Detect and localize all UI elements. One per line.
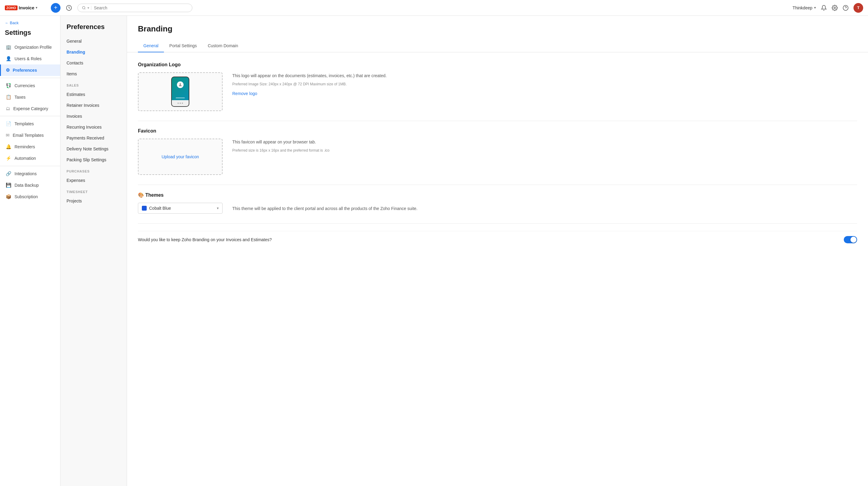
phone-dots xyxy=(178,103,183,104)
phone-bottom xyxy=(172,100,189,106)
phone-mockup-container xyxy=(167,73,193,111)
org-logo-upload-row: This logo will appear on the documents (… xyxy=(138,72,857,111)
org-logo-title: Organization Logo xyxy=(138,62,857,67)
preferences-icon: ⚙ xyxy=(6,67,10,73)
main-header: Branding xyxy=(127,16,868,34)
section-label-sales: SALES xyxy=(61,79,127,89)
center-item-invoices[interactable]: Invoices xyxy=(61,111,127,122)
dot-3 xyxy=(182,103,183,104)
email-templates-icon: ✉ xyxy=(6,133,10,138)
svg-point-3 xyxy=(834,7,836,8)
user-menu[interactable]: Thinkdeep ▾ xyxy=(793,5,816,10)
center-item-recurring-invoices[interactable]: Recurring Invoices xyxy=(61,122,127,133)
nav-right-area: Thinkdeep ▾ T xyxy=(793,3,863,13)
sidebar-divider-3 xyxy=(0,166,60,166)
sidebar-item-subscription[interactable]: 📦 Subscription xyxy=(0,191,60,202)
center-navigation: Preferences General Branding Contacts It… xyxy=(61,16,127,486)
center-item-branding[interactable]: Branding xyxy=(61,47,127,57)
search-filter-icon[interactable]: ▾ xyxy=(87,6,91,10)
center-item-retainer-invoices[interactable]: Retainer Invoices xyxy=(61,100,127,111)
center-item-general[interactable]: General xyxy=(61,36,127,47)
section-label-purchases: PURCHASES xyxy=(61,165,127,175)
logo-upload-box[interactable] xyxy=(138,72,223,111)
branding-toggle[interactable] xyxy=(844,236,857,243)
phone-bar xyxy=(176,97,185,98)
themes-title: 🎨 Themes xyxy=(138,192,857,198)
expense-cat-icon: 🗂 xyxy=(6,106,10,111)
sidebar-item-taxes[interactable]: 📋 Taxes xyxy=(0,91,60,103)
theme-selected-label: Cobalt Blue xyxy=(149,206,214,210)
theme-dropdown[interactable]: Cobalt Blue ▾ xyxy=(138,203,223,213)
sidebar-item-org-profile[interactable]: 🏢 Organization Profile xyxy=(0,41,60,53)
phone-mockup xyxy=(171,77,189,107)
themes-section: 🎨 Themes Cobalt Blue ▾ This theme will b… xyxy=(138,192,857,213)
tab-general[interactable]: General xyxy=(138,40,164,52)
toggle-knob xyxy=(850,237,857,243)
templates-icon: 📄 xyxy=(6,121,11,126)
center-item-projects[interactable]: Projects xyxy=(61,196,127,206)
favicon-size-hint: Preferred size is 16px x 16px and the pr… xyxy=(232,148,857,153)
center-item-payments-received[interactable]: Payments Received xyxy=(61,133,127,143)
svg-point-1 xyxy=(83,6,85,9)
sidebar-item-currencies[interactable]: 💱 Currencies xyxy=(0,80,60,91)
taxes-icon: 📋 xyxy=(6,94,11,100)
app-name-caret[interactable]: ▾ xyxy=(36,6,37,10)
add-new-button[interactable]: + xyxy=(51,3,61,13)
center-nav-title: Preferences xyxy=(61,21,127,36)
tab-portal-settings[interactable]: Portal Settings xyxy=(164,40,202,52)
sidebar-item-preferences[interactable]: ⚙ Preferences xyxy=(0,64,60,76)
org-profile-icon: 🏢 xyxy=(6,45,11,50)
center-item-estimates[interactable]: Estimates xyxy=(61,89,127,100)
divider-2 xyxy=(138,184,857,185)
app-name: Invoice xyxy=(19,5,34,10)
sidebar-item-integrations[interactable]: 🔗 Integrations xyxy=(0,168,60,179)
settings-title: Settings xyxy=(0,28,60,41)
currencies-icon: 💱 xyxy=(6,83,11,88)
favicon-upload-row: Upload your favicon This favicon will ap… xyxy=(138,139,857,175)
reminders-icon: 🔔 xyxy=(6,144,11,149)
favicon-title: Favicon xyxy=(138,128,857,134)
center-item-items[interactable]: Items xyxy=(61,68,127,79)
phone-avatar xyxy=(177,81,184,88)
settings-icon[interactable] xyxy=(832,5,838,11)
sidebar-item-reminders[interactable]: 🔔 Reminders xyxy=(0,141,60,152)
center-item-expenses[interactable]: Expenses xyxy=(61,175,127,186)
center-item-contacts[interactable]: Contacts xyxy=(61,57,127,68)
remove-logo-button[interactable]: Remove logo xyxy=(232,91,257,96)
theme-color-swatch xyxy=(142,206,147,210)
favicon-section: Favicon Upload your favicon This favicon… xyxy=(138,128,857,175)
branding-toggle-label: Would you like to keep Zoho Branding on … xyxy=(138,237,272,242)
subscription-icon: 📦 xyxy=(6,194,11,199)
notifications-icon[interactable] xyxy=(821,5,827,11)
center-item-packing-slip[interactable]: Packing Slip Settings xyxy=(61,154,127,165)
tab-content: Organization Logo xyxy=(127,52,868,258)
section-label-timesheet: TIMESHEET xyxy=(61,186,127,196)
data-backup-icon: 💾 xyxy=(6,182,11,188)
sidebar-item-templates[interactable]: 📄 Templates xyxy=(0,118,60,130)
history-button[interactable] xyxy=(64,3,74,13)
left-sidebar: ← Back Settings 🏢 Organization Profile 👤… xyxy=(0,16,61,486)
tab-custom-domain[interactable]: Custom Domain xyxy=(202,40,244,52)
favicon-info: This favicon will appear on your browser… xyxy=(232,139,857,156)
page-title: Branding xyxy=(138,24,857,34)
sidebar-item-expense-category[interactable]: 🗂 Expense Category xyxy=(0,103,60,114)
app-logo[interactable]: ZOHO Invoice ▾ xyxy=(5,5,47,10)
help-icon[interactable] xyxy=(843,5,849,11)
sidebar-item-email-templates[interactable]: ✉ Email Templates xyxy=(0,130,60,141)
history-icon xyxy=(66,5,72,11)
sidebar-item-automation[interactable]: ⚡ Automation xyxy=(0,152,60,164)
sidebar-item-data-backup[interactable]: 💾 Data Backup xyxy=(0,179,60,191)
user-avatar[interactable]: T xyxy=(854,3,863,13)
center-item-delivery-note[interactable]: Delivery Note Settings xyxy=(61,143,127,154)
favicon-upload-box[interactable]: Upload your favicon xyxy=(138,139,223,175)
back-button[interactable]: ← Back xyxy=(0,16,60,28)
sidebar-item-users-roles[interactable]: 👤 Users & Roles xyxy=(0,53,60,64)
theme-select-wrapper: Cobalt Blue ▾ xyxy=(138,203,223,213)
theme-dropdown-caret: ▾ xyxy=(217,206,219,210)
zoho-logo-badge: ZOHO xyxy=(5,5,18,10)
search-input[interactable] xyxy=(94,5,188,10)
upload-favicon-link[interactable]: Upload your favicon xyxy=(161,154,199,159)
svg-point-6 xyxy=(180,83,181,85)
search-box[interactable]: ▾ xyxy=(78,4,192,12)
users-roles-icon: 👤 xyxy=(6,56,11,61)
